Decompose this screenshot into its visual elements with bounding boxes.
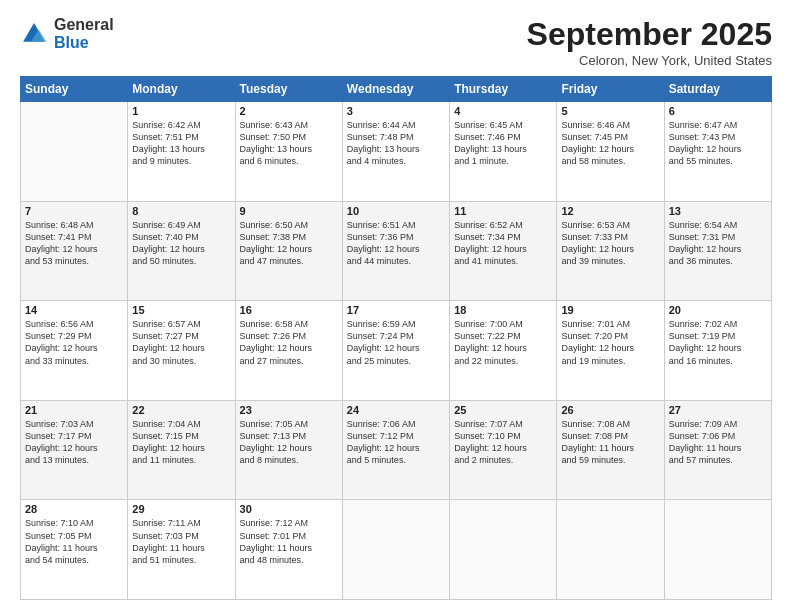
day-info: Sunrise: 6:47 AM Sunset: 7:43 PM Dayligh… xyxy=(669,119,767,168)
day-number: 16 xyxy=(240,304,338,316)
day-info: Sunrise: 6:53 AM Sunset: 7:33 PM Dayligh… xyxy=(561,219,659,268)
day-number: 3 xyxy=(347,105,445,117)
table-row: 19Sunrise: 7:01 AM Sunset: 7:20 PM Dayli… xyxy=(557,301,664,401)
table-row: 6Sunrise: 6:47 AM Sunset: 7:43 PM Daylig… xyxy=(664,102,771,202)
table-row: 11Sunrise: 6:52 AM Sunset: 7:34 PM Dayli… xyxy=(450,201,557,301)
day-number: 21 xyxy=(25,404,123,416)
logo: General Blue xyxy=(20,16,114,51)
table-row: 13Sunrise: 6:54 AM Sunset: 7:31 PM Dayli… xyxy=(664,201,771,301)
day-number: 17 xyxy=(347,304,445,316)
col-thursday: Thursday xyxy=(450,77,557,102)
calendar-week-row: 1Sunrise: 6:42 AM Sunset: 7:51 PM Daylig… xyxy=(21,102,772,202)
page: General Blue September 2025 Celoron, New… xyxy=(0,0,792,612)
table-row: 12Sunrise: 6:53 AM Sunset: 7:33 PM Dayli… xyxy=(557,201,664,301)
table-row: 18Sunrise: 7:00 AM Sunset: 7:22 PM Dayli… xyxy=(450,301,557,401)
day-info: Sunrise: 6:58 AM Sunset: 7:26 PM Dayligh… xyxy=(240,318,338,367)
table-row: 22Sunrise: 7:04 AM Sunset: 7:15 PM Dayli… xyxy=(128,400,235,500)
day-number: 9 xyxy=(240,205,338,217)
day-number: 14 xyxy=(25,304,123,316)
day-number: 23 xyxy=(240,404,338,416)
day-info: Sunrise: 7:01 AM Sunset: 7:20 PM Dayligh… xyxy=(561,318,659,367)
location-subtitle: Celoron, New York, United States xyxy=(527,53,772,68)
table-row: 17Sunrise: 6:59 AM Sunset: 7:24 PM Dayli… xyxy=(342,301,449,401)
day-info: Sunrise: 7:00 AM Sunset: 7:22 PM Dayligh… xyxy=(454,318,552,367)
col-friday: Friday xyxy=(557,77,664,102)
day-number: 7 xyxy=(25,205,123,217)
day-number: 18 xyxy=(454,304,552,316)
month-title: September 2025 xyxy=(527,16,772,53)
table-row: 1Sunrise: 6:42 AM Sunset: 7:51 PM Daylig… xyxy=(128,102,235,202)
day-number: 19 xyxy=(561,304,659,316)
table-row: 4Sunrise: 6:45 AM Sunset: 7:46 PM Daylig… xyxy=(450,102,557,202)
col-saturday: Saturday xyxy=(664,77,771,102)
table-row xyxy=(450,500,557,600)
table-row xyxy=(342,500,449,600)
day-number: 25 xyxy=(454,404,552,416)
header: General Blue September 2025 Celoron, New… xyxy=(20,16,772,68)
day-info: Sunrise: 6:42 AM Sunset: 7:51 PM Dayligh… xyxy=(132,119,230,168)
day-number: 5 xyxy=(561,105,659,117)
table-row: 5Sunrise: 6:46 AM Sunset: 7:45 PM Daylig… xyxy=(557,102,664,202)
logo-text: General Blue xyxy=(54,16,114,51)
day-info: Sunrise: 6:46 AM Sunset: 7:45 PM Dayligh… xyxy=(561,119,659,168)
logo-icon xyxy=(20,20,48,48)
table-row: 7Sunrise: 6:48 AM Sunset: 7:41 PM Daylig… xyxy=(21,201,128,301)
col-monday: Monday xyxy=(128,77,235,102)
table-row: 16Sunrise: 6:58 AM Sunset: 7:26 PM Dayli… xyxy=(235,301,342,401)
day-info: Sunrise: 6:52 AM Sunset: 7:34 PM Dayligh… xyxy=(454,219,552,268)
day-info: Sunrise: 7:10 AM Sunset: 7:05 PM Dayligh… xyxy=(25,517,123,566)
day-number: 2 xyxy=(240,105,338,117)
table-row: 20Sunrise: 7:02 AM Sunset: 7:19 PM Dayli… xyxy=(664,301,771,401)
day-info: Sunrise: 6:45 AM Sunset: 7:46 PM Dayligh… xyxy=(454,119,552,168)
day-number: 13 xyxy=(669,205,767,217)
title-block: September 2025 Celoron, New York, United… xyxy=(527,16,772,68)
day-info: Sunrise: 7:03 AM Sunset: 7:17 PM Dayligh… xyxy=(25,418,123,467)
day-info: Sunrise: 6:50 AM Sunset: 7:38 PM Dayligh… xyxy=(240,219,338,268)
day-info: Sunrise: 7:12 AM Sunset: 7:01 PM Dayligh… xyxy=(240,517,338,566)
table-row xyxy=(557,500,664,600)
logo-blue: Blue xyxy=(54,34,89,51)
day-number: 4 xyxy=(454,105,552,117)
table-row: 27Sunrise: 7:09 AM Sunset: 7:06 PM Dayli… xyxy=(664,400,771,500)
col-wednesday: Wednesday xyxy=(342,77,449,102)
day-number: 6 xyxy=(669,105,767,117)
calendar-header-row: Sunday Monday Tuesday Wednesday Thursday… xyxy=(21,77,772,102)
day-number: 30 xyxy=(240,503,338,515)
day-number: 8 xyxy=(132,205,230,217)
day-info: Sunrise: 7:11 AM Sunset: 7:03 PM Dayligh… xyxy=(132,517,230,566)
day-info: Sunrise: 6:43 AM Sunset: 7:50 PM Dayligh… xyxy=(240,119,338,168)
day-number: 12 xyxy=(561,205,659,217)
day-number: 1 xyxy=(132,105,230,117)
table-row: 9Sunrise: 6:50 AM Sunset: 7:38 PM Daylig… xyxy=(235,201,342,301)
col-tuesday: Tuesday xyxy=(235,77,342,102)
calendar-week-row: 28Sunrise: 7:10 AM Sunset: 7:05 PM Dayli… xyxy=(21,500,772,600)
day-info: Sunrise: 6:54 AM Sunset: 7:31 PM Dayligh… xyxy=(669,219,767,268)
day-number: 29 xyxy=(132,503,230,515)
day-number: 28 xyxy=(25,503,123,515)
day-number: 22 xyxy=(132,404,230,416)
day-number: 10 xyxy=(347,205,445,217)
table-row: 21Sunrise: 7:03 AM Sunset: 7:17 PM Dayli… xyxy=(21,400,128,500)
day-number: 26 xyxy=(561,404,659,416)
table-row: 23Sunrise: 7:05 AM Sunset: 7:13 PM Dayli… xyxy=(235,400,342,500)
col-sunday: Sunday xyxy=(21,77,128,102)
day-info: Sunrise: 7:08 AM Sunset: 7:08 PM Dayligh… xyxy=(561,418,659,467)
table-row: 24Sunrise: 7:06 AM Sunset: 7:12 PM Dayli… xyxy=(342,400,449,500)
day-info: Sunrise: 6:44 AM Sunset: 7:48 PM Dayligh… xyxy=(347,119,445,168)
table-row: 30Sunrise: 7:12 AM Sunset: 7:01 PM Dayli… xyxy=(235,500,342,600)
calendar-week-row: 14Sunrise: 6:56 AM Sunset: 7:29 PM Dayli… xyxy=(21,301,772,401)
table-row: 8Sunrise: 6:49 AM Sunset: 7:40 PM Daylig… xyxy=(128,201,235,301)
day-number: 15 xyxy=(132,304,230,316)
day-info: Sunrise: 6:51 AM Sunset: 7:36 PM Dayligh… xyxy=(347,219,445,268)
day-info: Sunrise: 7:02 AM Sunset: 7:19 PM Dayligh… xyxy=(669,318,767,367)
day-number: 27 xyxy=(669,404,767,416)
day-info: Sunrise: 7:09 AM Sunset: 7:06 PM Dayligh… xyxy=(669,418,767,467)
table-row: 25Sunrise: 7:07 AM Sunset: 7:10 PM Dayli… xyxy=(450,400,557,500)
table-row: 2Sunrise: 6:43 AM Sunset: 7:50 PM Daylig… xyxy=(235,102,342,202)
logo-general: General xyxy=(54,16,114,33)
table-row: 26Sunrise: 7:08 AM Sunset: 7:08 PM Dayli… xyxy=(557,400,664,500)
day-info: Sunrise: 7:06 AM Sunset: 7:12 PM Dayligh… xyxy=(347,418,445,467)
day-info: Sunrise: 6:49 AM Sunset: 7:40 PM Dayligh… xyxy=(132,219,230,268)
table-row: 14Sunrise: 6:56 AM Sunset: 7:29 PM Dayli… xyxy=(21,301,128,401)
table-row: 15Sunrise: 6:57 AM Sunset: 7:27 PM Dayli… xyxy=(128,301,235,401)
